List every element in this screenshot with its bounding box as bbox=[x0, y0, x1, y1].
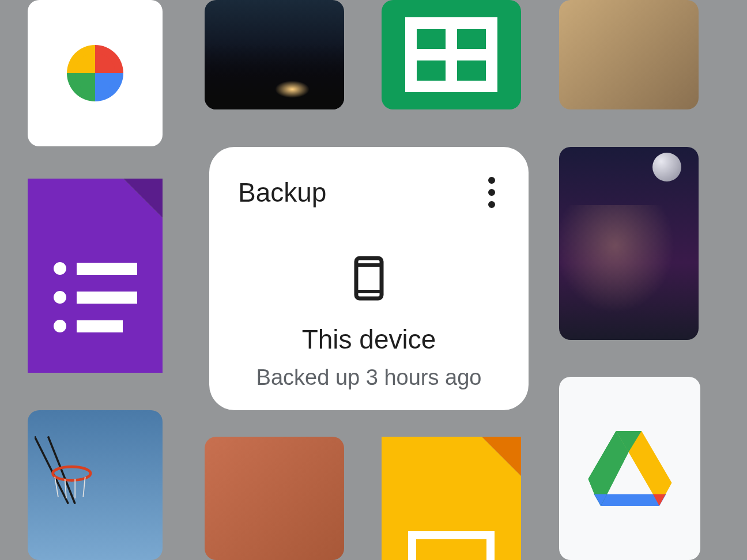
google-drive-icon bbox=[587, 431, 673, 506]
backup-title: Backup bbox=[238, 177, 326, 208]
backup-card[interactable]: Backup This device Backed up 3 hours ago bbox=[209, 147, 529, 410]
google-photos-icon bbox=[55, 33, 135, 113]
google-slides-tile[interactable] bbox=[382, 437, 521, 560]
google-forms-tile[interactable] bbox=[28, 179, 163, 373]
photo-thumbnail-night[interactable] bbox=[205, 0, 344, 109]
google-forms-icon bbox=[54, 262, 137, 349]
phone-icon bbox=[354, 256, 384, 301]
google-photos-tile[interactable] bbox=[28, 0, 163, 146]
photo-thumbnail-friends[interactable] bbox=[205, 437, 344, 560]
photo-thumbnail-family[interactable] bbox=[559, 0, 699, 109]
photo-thumbnail-basketball[interactable] bbox=[28, 410, 163, 560]
google-slides-icon bbox=[408, 531, 495, 560]
device-name: This device bbox=[302, 324, 436, 355]
photo-thumbnail-person[interactable] bbox=[559, 147, 699, 340]
backup-status: Backed up 3 hours ago bbox=[256, 365, 482, 390]
google-drive-tile[interactable] bbox=[559, 377, 700, 560]
more-vertical-icon bbox=[488, 177, 495, 184]
more-options-button[interactable] bbox=[484, 172, 500, 213]
google-sheets-icon bbox=[405, 17, 497, 92]
google-sheets-tile[interactable] bbox=[382, 0, 521, 109]
